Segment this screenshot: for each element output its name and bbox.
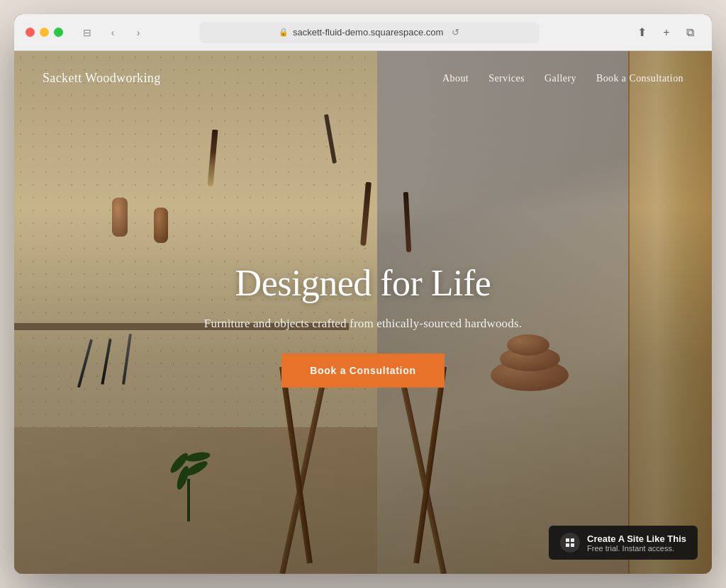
nav-links: About Services Gallery Book a Consultati… bbox=[442, 73, 683, 84]
svg-rect-1 bbox=[571, 538, 574, 542]
hero-content: Designed for Life Furniture and objects … bbox=[150, 262, 576, 388]
forward-button[interactable]: › bbox=[128, 23, 148, 43]
squarespace-badge[interactable]: Create A Site Like This Free trial. Inst… bbox=[549, 526, 698, 560]
browser-window: ⊟ ‹ › 🔒 sackett-fluid-demo.squarespace.c… bbox=[14, 14, 712, 574]
cta-button[interactable]: Book a Consultation bbox=[281, 354, 444, 388]
traffic-lights bbox=[26, 28, 63, 37]
nav-link-about[interactable]: About bbox=[442, 73, 469, 84]
svg-rect-2 bbox=[566, 543, 569, 547]
svg-rect-3 bbox=[571, 543, 574, 547]
close-button[interactable] bbox=[26, 28, 35, 37]
minimize-button[interactable] bbox=[40, 28, 49, 37]
hero-subtitle: Furniture and objects crafted from ethic… bbox=[150, 317, 576, 331]
badge-text: Create A Site Like This Free trial. Inst… bbox=[587, 533, 686, 553]
browser-actions: ⬆ + ⧉ bbox=[632, 23, 700, 43]
badge-subtitle: Free trial. Instant access. bbox=[587, 544, 686, 553]
squarespace-icon bbox=[560, 533, 580, 553]
badge-title: Create A Site Like This bbox=[587, 533, 686, 544]
address-bar[interactable]: 🔒 sackett-fluid-demo.squarespace.com ↺ bbox=[199, 22, 540, 43]
share-button[interactable]: ⬆ bbox=[632, 23, 652, 43]
website-content: Sackett Woodworking About Services Galle… bbox=[14, 51, 712, 574]
site-logo[interactable]: Sackett Woodworking bbox=[43, 71, 161, 86]
hero-title: Designed for Life bbox=[150, 262, 576, 304]
browser-controls: ⊟ ‹ › bbox=[77, 23, 148, 43]
nav-link-services[interactable]: Services bbox=[488, 73, 525, 84]
url-text: sackett-fluid-demo.squarespace.com bbox=[293, 27, 443, 38]
nav-link-book[interactable]: Book a Consultation bbox=[596, 73, 683, 84]
lock-icon: 🔒 bbox=[279, 28, 289, 37]
back-button[interactable]: ‹ bbox=[103, 23, 123, 43]
nav-link-gallery[interactable]: Gallery bbox=[544, 73, 576, 84]
new-tab-button[interactable]: + bbox=[657, 23, 676, 43]
navigation: Sackett Woodworking About Services Galle… bbox=[14, 51, 712, 106]
reload-icon[interactable]: ↺ bbox=[452, 27, 459, 38]
svg-rect-0 bbox=[566, 538, 569, 542]
sidebar-toggle-button[interactable]: ⊟ bbox=[77, 23, 97, 43]
window-button[interactable]: ⧉ bbox=[681, 23, 700, 43]
browser-chrome: ⊟ ‹ › 🔒 sackett-fluid-demo.squarespace.c… bbox=[14, 14, 712, 51]
maximize-button[interactable] bbox=[54, 28, 63, 37]
